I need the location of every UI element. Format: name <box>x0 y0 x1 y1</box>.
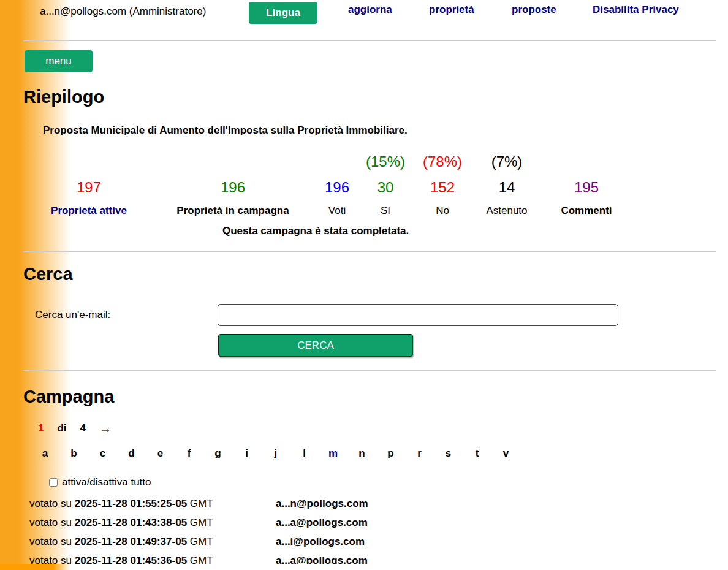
page-of-label: di <box>57 422 66 435</box>
letter-filter-v[interactable]: v <box>491 447 520 459</box>
letter-filter-l[interactable]: l <box>290 447 319 459</box>
letter-filter-g[interactable]: g <box>203 447 232 459</box>
nav-link-proposte[interactable]: proposte <box>512 4 556 16</box>
stat-value: 196 <box>319 180 355 196</box>
campaign-title: Campagna <box>23 388 728 406</box>
letter-filter-t[interactable]: t <box>463 447 491 459</box>
stat-voti: 196 Voti <box>319 154 355 217</box>
stat-commenti: 195 Commenti <box>544 154 629 217</box>
stat-label: Sì <box>355 205 415 217</box>
summary-section: Riepilogo Proposta Municipale di Aumento… <box>0 88 728 237</box>
letter-filter-d[interactable]: d <box>117 447 146 459</box>
next-page-arrow[interactable]: → <box>99 422 112 436</box>
header: a...n@pollogs.com (Amministratore) Lingu… <box>0 0 728 40</box>
letter-filter-c[interactable]: c <box>88 447 117 459</box>
stat-percent <box>544 154 629 180</box>
vote-timezone: GMT <box>190 517 213 528</box>
stat-percent <box>147 154 319 180</box>
stat-value: 197 <box>31 180 147 196</box>
stat-label: No <box>415 205 469 217</box>
vote-email: a...n@pollogs.com <box>276 498 368 509</box>
vote-timezone: GMT <box>190 536 213 547</box>
vote-email: a...i@pollogs.com <box>276 536 365 547</box>
letter-filter-m-active[interactable]: m <box>319 447 347 459</box>
proposal-title: Proposta Municipale di Aumento dell'Impo… <box>43 124 728 137</box>
stat-value: 30 <box>355 180 415 196</box>
stat-astenuto: (7%) 14 Astenuto <box>469 154 544 217</box>
stat-label: Proprietà in campagna <box>147 205 319 217</box>
stat-proprieta-attive: 197 Proprietà attive <box>31 154 147 217</box>
vote-timestamp: 2025-11-28 01:55:25-05 <box>75 498 187 509</box>
logged-in-user: a...n@pollogs.com (Amministratore) <box>40 6 206 18</box>
stat-value: 195 <box>544 180 629 196</box>
vote-prefix: votato su <box>29 536 72 547</box>
current-page: 1 <box>38 422 44 435</box>
letter-filter-i[interactable]: i <box>232 447 261 459</box>
stat-label: Astenuto <box>469 205 544 217</box>
letter-filter-e[interactable]: e <box>146 447 175 459</box>
stat-proprieta-in-campagna: 196 Proprietà in campagna <box>147 154 319 217</box>
menu-button[interactable]: menu <box>25 50 93 72</box>
stat-percent: (15%) <box>355 154 415 180</box>
letter-filter-a[interactable]: a <box>31 447 59 459</box>
stat-no: (78%) 152 No <box>415 154 469 217</box>
stat-percent: (78%) <box>415 154 469 180</box>
search-section: Cerca Cerca un'e-mail: CERCA <box>0 265 728 357</box>
campaign-completed-note: Questa campagna è stata completata. <box>222 225 728 237</box>
vote-list: votato su 2025-11-28 01:55:25-05 GMTa...… <box>0 494 728 570</box>
vote-prefix: votato su <box>29 498 72 509</box>
vote-timezone: GMT <box>190 498 213 509</box>
vote-row: votato su 2025-11-28 01:43:38-05 GMTa...… <box>0 513 728 532</box>
bottom-orange-strip <box>0 564 728 570</box>
letter-filter-r[interactable]: r <box>405 447 434 459</box>
letter-filter-s[interactable]: s <box>434 447 463 459</box>
search-button[interactable]: CERCA <box>218 334 413 357</box>
nav-link-aggiorna[interactable]: aggiorna <box>348 4 392 16</box>
total-pages: 4 <box>80 422 86 435</box>
stats-row: 197 Proprietà attive 196 Proprietà in ca… <box>31 154 728 217</box>
toggle-all-checkbox[interactable] <box>49 478 58 487</box>
stat-value: 196 <box>147 180 319 196</box>
language-button[interactable]: Lingua <box>249 2 317 24</box>
campaign-section: Campagna 1 di 4 → a b c d e f g i j l m … <box>0 388 728 570</box>
vote-timestamp: 2025-11-28 01:49:37-05 <box>75 536 187 547</box>
pagination: 1 di 4 → <box>38 422 728 435</box>
letter-filter-b[interactable]: b <box>59 447 88 459</box>
stat-si: (15%) 30 Sì <box>355 154 415 217</box>
stat-label: Voti <box>319 205 355 217</box>
stat-value: 152 <box>415 180 469 196</box>
vote-email: a...a@pollogs.com <box>276 517 368 528</box>
search-email-input[interactable] <box>218 304 618 326</box>
nav-link-disabilita-privacy[interactable]: Disabilita Privacy <box>593 4 679 16</box>
stat-label-link[interactable]: Proprietà attive <box>31 205 147 217</box>
letter-filter-n[interactable]: n <box>347 447 376 459</box>
letter-filter-j[interactable]: j <box>261 447 290 459</box>
vote-prefix: votato su <box>29 517 72 528</box>
stat-value: 14 <box>469 180 544 196</box>
summary-title: Riepilogo <box>23 88 728 106</box>
header-divider <box>23 40 716 41</box>
stat-percent <box>31 154 147 180</box>
vote-timestamp: 2025-11-28 01:43:38-05 <box>75 517 187 528</box>
section-divider <box>23 251 716 252</box>
letter-filter-f[interactable]: f <box>175 447 203 459</box>
toggle-all-row: attiva/disattiva tutto <box>49 477 728 488</box>
stat-label: Commenti <box>544 205 629 217</box>
letter-filter-p[interactable]: p <box>376 447 405 459</box>
toggle-all-label[interactable]: attiva/disattiva tutto <box>62 476 151 488</box>
stat-percent: (7%) <box>469 154 544 180</box>
search-email-label: Cerca un'e-mail: <box>35 309 218 321</box>
vote-row: votato su 2025-11-28 01:49:37-05 GMTa...… <box>0 532 728 551</box>
nav-link-proprieta[interactable]: proprietà <box>429 4 474 16</box>
section-divider <box>23 370 716 371</box>
vote-row: votato su 2025-11-28 01:55:25-05 GMTa...… <box>0 494 728 513</box>
letter-filter-bar: a b c d e f g i j l m n p r s t v <box>31 447 728 459</box>
search-title: Cerca <box>23 265 728 283</box>
stat-percent <box>319 154 355 180</box>
